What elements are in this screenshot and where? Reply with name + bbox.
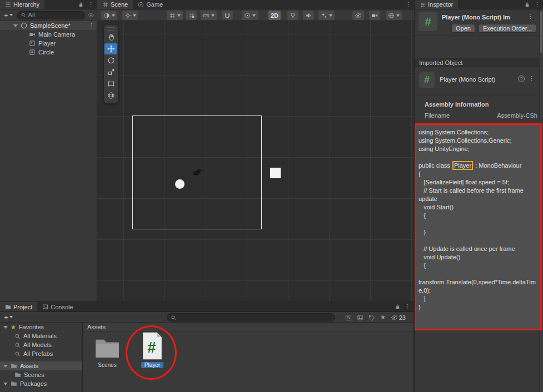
scale-tool-button[interactable] xyxy=(104,67,117,78)
scene-camera-settings-button[interactable] xyxy=(369,11,380,20)
tree-item-assets[interactable]: Assets xyxy=(0,361,82,370)
favorite-all-prefabs[interactable]: All Prefabs xyxy=(0,349,82,358)
grid-snap-toggle[interactable] xyxy=(186,11,197,20)
lock-icon[interactable] xyxy=(395,304,401,310)
lock-icon[interactable] xyxy=(78,2,84,8)
tab-hierarchy[interactable]: Hierarchy xyxy=(0,0,44,9)
tree-item-label: Scenes xyxy=(24,371,44,378)
move-tool-button[interactable] xyxy=(104,43,117,54)
rotate-tool-button[interactable] xyxy=(104,55,117,66)
help-icon[interactable]: ? xyxy=(518,76,525,82)
imported-object-label: Imported Object xyxy=(419,59,462,66)
filename-value: Assembly-CSh xyxy=(497,112,537,119)
code-line: using UnityEngine; xyxy=(419,145,537,153)
code-line: [SerializeField] float speed = 5f; xyxy=(419,178,537,187)
asset-item-scenes-folder[interactable]: Scenes xyxy=(91,338,124,368)
favorites-foldout[interactable]: ★ Favorites xyxy=(0,323,82,331)
square-sprite[interactable] xyxy=(270,168,281,178)
transform-tool-button[interactable] xyxy=(104,90,117,101)
gizmo-pivot-dropdown[interactable] xyxy=(242,11,258,20)
grid-snap-icon xyxy=(188,12,195,19)
search-icon xyxy=(14,342,21,348)
kebab-menu-icon[interactable]: ⋮ xyxy=(534,2,540,8)
rect-tool-icon xyxy=(107,80,115,88)
search-in-folder-icon[interactable] xyxy=(345,314,352,321)
lock-icon[interactable] xyxy=(524,2,530,8)
foldout-open-icon[interactable] xyxy=(13,24,18,27)
kebab-menu-icon[interactable]: ⋮ xyxy=(88,2,94,8)
hierarchy-item-main-camera[interactable]: Main Camera xyxy=(0,30,97,39)
favorite-all-materials[interactable]: All Materials xyxy=(0,331,82,340)
tab-inspector[interactable]: Inspector xyxy=(415,0,458,9)
rotate-tool-icon xyxy=(107,57,115,64)
execution-order-button[interactable]: Execution Order... xyxy=(479,24,536,33)
sprite-icon xyxy=(29,49,36,56)
tab-console[interactable]: Console xyxy=(37,302,78,311)
tree-item-scenes[interactable]: Scenes xyxy=(0,370,82,379)
plus-icon: + xyxy=(4,11,8,19)
assets-breadcrumb[interactable]: Assets xyxy=(83,323,414,331)
inspector-tab-label: Inspector xyxy=(428,1,453,8)
eye-slash-icon xyxy=(355,12,362,19)
search-by-label-icon[interactable] xyxy=(368,314,375,321)
player-sprite[interactable] xyxy=(192,168,202,176)
scene-lighting-toggle[interactable] xyxy=(287,11,298,20)
csharp-script-icon: # xyxy=(141,331,164,360)
hand-tool-button[interactable] xyxy=(104,32,117,43)
search-by-type-icon[interactable] xyxy=(357,314,363,321)
inspector-scrollbar[interactable] xyxy=(539,9,543,392)
kebab-menu-icon[interactable]: ⋮ xyxy=(529,76,535,82)
kebab-menu-icon[interactable]: ⋮ xyxy=(405,304,411,310)
favorite-all-models[interactable]: All Models xyxy=(0,340,82,349)
search-filter-icon[interactable] xyxy=(87,12,94,18)
circle-sprite[interactable] xyxy=(175,179,185,189)
search-icon xyxy=(21,12,26,18)
hierarchy-item-circle[interactable]: Circle xyxy=(0,48,97,57)
scrollbar-thumb[interactable] xyxy=(540,11,542,53)
kebab-menu-icon[interactable]: ⋮ xyxy=(88,23,94,29)
hierarchy-search-input[interactable]: All xyxy=(17,11,85,19)
project-create-button[interactable]: + xyxy=(2,313,14,321)
grid-visibility-dropdown[interactable] xyxy=(167,11,183,20)
tab-scene[interactable]: Scene xyxy=(97,0,133,9)
hierarchy-scene-row[interactable]: SampleScene* ⋮ xyxy=(0,21,97,30)
scene-visibility-toggle[interactable] xyxy=(352,11,364,20)
project-search-input[interactable] xyxy=(167,313,335,321)
tool-handle-icon xyxy=(244,12,251,19)
snap-increment-button[interactable] xyxy=(222,11,233,20)
assets-content-area: Assets Scenes # Player xyxy=(83,323,414,392)
open-button[interactable]: Open xyxy=(451,24,475,33)
scene-effects-dropdown[interactable] xyxy=(318,11,335,20)
rect-tool-button[interactable] xyxy=(104,78,117,89)
code-line-class-declaration: public class Player : MonoBehaviour xyxy=(419,162,537,170)
code-line: } xyxy=(419,295,537,303)
hierarchy-item-player[interactable]: Player xyxy=(0,39,97,48)
asset-item-player-script[interactable]: # Player xyxy=(134,331,170,368)
snap-settings-dropdown[interactable] xyxy=(201,11,217,20)
hierarchy-panel: Hierarchy ⋮ + All SampleScene* ⋮ Main Ca… xyxy=(0,0,97,301)
scene-canvas[interactable] xyxy=(97,21,414,301)
kebab-menu-icon[interactable]: ⋮ xyxy=(527,13,534,19)
draw-mode-dropdown[interactable] xyxy=(101,11,117,20)
folder-icon xyxy=(94,338,120,359)
2d-mode-toggle[interactable]: 2D xyxy=(268,11,281,20)
project-folder-tree: ★ Favorites All Materials All Models All… xyxy=(0,323,82,392)
tab-game[interactable]: Game xyxy=(133,0,168,9)
kebab-menu-icon[interactable]: ⋮ xyxy=(405,2,411,8)
console-tab-label: Console xyxy=(51,304,73,310)
game-tab-icon xyxy=(138,2,144,8)
2d-toggle-label: 2D xyxy=(271,12,278,19)
tab-project[interactable]: Project xyxy=(0,302,37,311)
palette-drag-handle[interactable] xyxy=(107,27,114,31)
favorites-label: Favorites xyxy=(19,324,44,330)
hidden-objects-counter[interactable]: 23 xyxy=(391,314,406,321)
code-line: { xyxy=(419,262,537,270)
csharp-script-icon: # xyxy=(419,72,435,88)
gizmos-dropdown[interactable] xyxy=(386,11,402,20)
hierarchy-create-button[interactable]: + xyxy=(2,11,14,19)
scene-audio-toggle[interactable] xyxy=(303,11,314,20)
code-line: void Update() xyxy=(419,253,537,262)
scene-pivot-dropdown[interactable] xyxy=(122,11,138,20)
favorite-star-icon[interactable]: ★ xyxy=(380,314,386,321)
tree-item-packages[interactable]: Packages xyxy=(0,379,82,388)
